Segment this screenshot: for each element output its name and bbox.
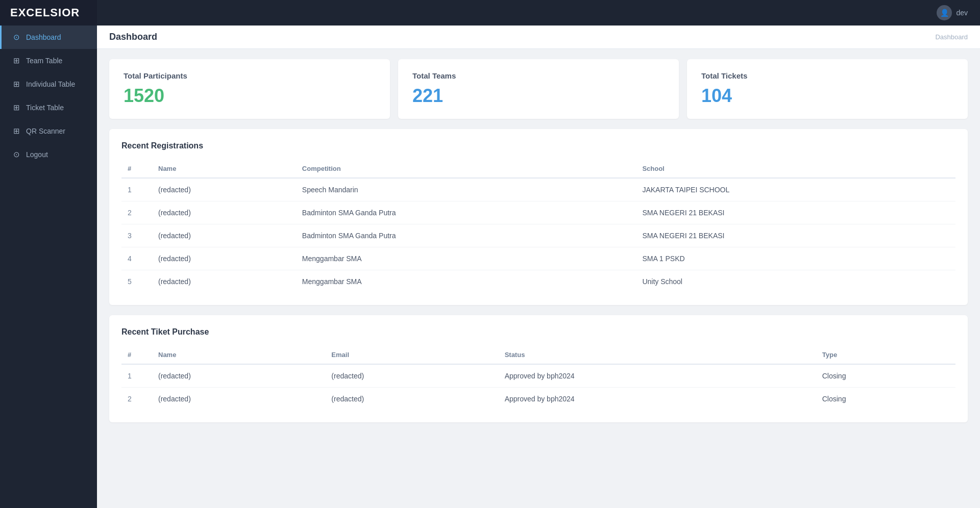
stat-value-teams: 221 bbox=[412, 85, 665, 107]
ticket-status: Approved by bph2024 bbox=[499, 364, 816, 388]
reg-name: (redacted) bbox=[152, 270, 296, 293]
sidebar-item-ticket-table[interactable]: ⊞ Ticket Table bbox=[0, 96, 97, 119]
reg-col-num: # bbox=[121, 160, 152, 178]
page-title: Dashboard bbox=[109, 32, 157, 42]
tickets-table: # Name Email Status Type 1 (redacted) (r… bbox=[121, 346, 955, 410]
stat-card-participants: Total Participants 1520 bbox=[109, 59, 390, 119]
table-row: 2 (redacted) (redacted) Approved by bph2… bbox=[121, 388, 955, 411]
sidebar-item-label-individual-table: Individual Table bbox=[26, 80, 75, 88]
reg-name: (redacted) bbox=[152, 247, 296, 270]
table-row: 4 (redacted) Menggambar SMA SMA 1 PSKD bbox=[121, 247, 955, 270]
user-area: 👤 dev bbox=[937, 5, 968, 20]
reg-competition: Badminton SMA Ganda Putra bbox=[296, 201, 636, 224]
logo-area: EXCELSIOR bbox=[0, 0, 97, 26]
reg-school: SMA NEGERI 21 BEKASI bbox=[636, 201, 955, 224]
ticket-type: Closing bbox=[816, 364, 955, 388]
ticket-col-name: Name bbox=[152, 346, 325, 364]
registrations-card: Recent Registrations # Name Competition … bbox=[109, 129, 968, 305]
team-table-icon: ⊞ bbox=[12, 56, 21, 65]
reg-name: (redacted) bbox=[152, 224, 296, 247]
ticket-type: Closing bbox=[816, 388, 955, 411]
reg-col-school: School bbox=[636, 160, 955, 178]
ticket-email: (redacted) bbox=[325, 388, 498, 411]
username: dev bbox=[956, 9, 968, 17]
reg-num: 3 bbox=[121, 224, 152, 247]
reg-name: (redacted) bbox=[152, 201, 296, 224]
ticket-status: Approved by bph2024 bbox=[499, 388, 816, 411]
sidebar-item-label-ticket-table: Ticket Table bbox=[26, 104, 64, 112]
tickets-title: Recent Tiket Purchase bbox=[121, 327, 955, 337]
stat-value-participants: 1520 bbox=[124, 85, 376, 107]
avatar: 👤 bbox=[937, 5, 952, 20]
reg-name: (redacted) bbox=[152, 178, 296, 201]
reg-num: 1 bbox=[121, 178, 152, 201]
stat-label-tickets: Total Tickets bbox=[701, 71, 953, 80]
reg-school: Unity School bbox=[636, 270, 955, 293]
individual-table-icon: ⊞ bbox=[12, 80, 21, 89]
sidebar-item-label-team-table: Team Table bbox=[26, 57, 62, 65]
reg-col-competition: Competition bbox=[296, 160, 636, 178]
main-content: 👤 dev Dashboard Dashboard Total Particip… bbox=[97, 0, 980, 508]
reg-col-name: Name bbox=[152, 160, 296, 178]
sidebar-nav: ⊙ Dashboard ⊞ Team Table ⊞ Individual Ta… bbox=[0, 26, 97, 166]
ticket-name: (redacted) bbox=[152, 388, 325, 411]
sidebar-item-individual-table[interactable]: ⊞ Individual Table bbox=[0, 72, 97, 96]
tickets-header-row: # Name Email Status Type bbox=[121, 346, 955, 364]
content-area: Total Participants 1520 Total Teams 221 … bbox=[97, 49, 980, 443]
reg-school: SMA 1 PSKD bbox=[636, 247, 955, 270]
table-row: 2 (redacted) Badminton SMA Ganda Putra S… bbox=[121, 201, 955, 224]
ticket-num: 1 bbox=[121, 364, 152, 388]
registrations-table: # Name Competition School 1 (redacted) S… bbox=[121, 160, 955, 293]
logout-icon: ⊙ bbox=[12, 150, 21, 159]
dashboard-icon: ⊙ bbox=[12, 33, 21, 42]
reg-school: JAKARTA TAIPEI SCHOOL bbox=[636, 178, 955, 201]
stat-value-tickets: 104 bbox=[701, 85, 953, 107]
sidebar-item-qr-scanner[interactable]: ⊞ QR Scanner bbox=[0, 119, 97, 143]
ticket-col-type: Type bbox=[816, 346, 955, 364]
reg-num: 2 bbox=[121, 201, 152, 224]
reg-num: 4 bbox=[121, 247, 152, 270]
breadcrumb: Dashboard bbox=[935, 33, 968, 41]
reg-competition: Menggambar SMA bbox=[296, 270, 636, 293]
ticket-col-num: # bbox=[121, 346, 152, 364]
sidebar-item-team-table[interactable]: ⊞ Team Table bbox=[0, 49, 97, 72]
sidebar-item-logout[interactable]: ⊙ Logout bbox=[0, 143, 97, 166]
logo: EXCELSIOR bbox=[10, 6, 80, 19]
sidebar-item-dashboard[interactable]: ⊙ Dashboard bbox=[0, 26, 97, 49]
reg-school: SMA NEGERI 21 BEKASI bbox=[636, 224, 955, 247]
sidebar-item-label-qr-scanner: QR Scanner bbox=[26, 127, 65, 135]
stat-label-teams: Total Teams bbox=[412, 71, 665, 80]
registrations-header-row: # Name Competition School bbox=[121, 160, 955, 178]
reg-num: 5 bbox=[121, 270, 152, 293]
ticket-email: (redacted) bbox=[325, 364, 498, 388]
ticket-num: 2 bbox=[121, 388, 152, 411]
page-header: Dashboard Dashboard bbox=[97, 26, 980, 49]
sidebar-item-label-logout: Logout bbox=[26, 150, 48, 159]
table-row: 1 (redacted) Speech Mandarin JAKARTA TAI… bbox=[121, 178, 955, 201]
reg-competition: Menggambar SMA bbox=[296, 247, 636, 270]
reg-competition: Badminton SMA Ganda Putra bbox=[296, 224, 636, 247]
stat-label-participants: Total Participants bbox=[124, 71, 376, 80]
sidebar-item-label-dashboard: Dashboard bbox=[26, 33, 61, 41]
ticket-col-status: Status bbox=[499, 346, 816, 364]
stats-row: Total Participants 1520 Total Teams 221 … bbox=[109, 59, 968, 119]
qr-scanner-icon: ⊞ bbox=[12, 126, 21, 136]
topbar: 👤 dev bbox=[97, 0, 980, 26]
ticket-table-icon: ⊞ bbox=[12, 103, 21, 112]
stat-card-teams: Total Teams 221 bbox=[398, 59, 679, 119]
tickets-card: Recent Tiket Purchase # Name Email Statu… bbox=[109, 315, 968, 422]
sidebar: EXCELSIOR ⊙ Dashboard ⊞ Team Table ⊞ Ind… bbox=[0, 0, 97, 508]
ticket-name: (redacted) bbox=[152, 364, 325, 388]
reg-competition: Speech Mandarin bbox=[296, 178, 636, 201]
table-row: 5 (redacted) Menggambar SMA Unity School bbox=[121, 270, 955, 293]
ticket-col-email: Email bbox=[325, 346, 498, 364]
registrations-title: Recent Registrations bbox=[121, 141, 955, 150]
stat-card-tickets: Total Tickets 104 bbox=[687, 59, 968, 119]
table-row: 1 (redacted) (redacted) Approved by bph2… bbox=[121, 364, 955, 388]
table-row: 3 (redacted) Badminton SMA Ganda Putra S… bbox=[121, 224, 955, 247]
